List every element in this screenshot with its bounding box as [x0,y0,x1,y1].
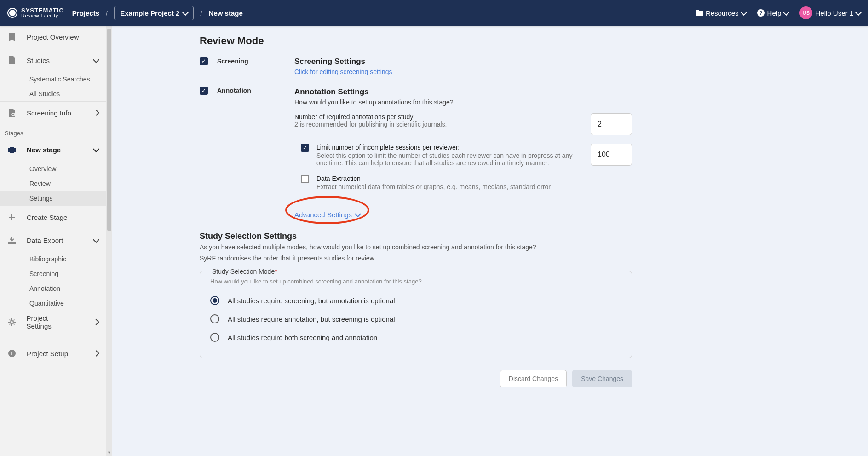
svg-rect-6 [10,147,14,153]
study-selection-legend-sub: How would you like to set up combined sc… [210,278,621,285]
chevron-right-icon [93,110,99,116]
req-annotations-hint: 2 is recommended for publishing in scien… [294,121,581,128]
sidebar-sub-screening[interactable]: Screening [0,266,106,281]
project-selector[interactable]: Example Project 2 [114,6,194,20]
study-mode-option-1[interactable]: All studies require annotation, but scre… [210,310,621,328]
main-content: Review Mode ✓ Screening ✓ Annotation Scr… [112,26,868,456]
limit-sessions-input[interactable] [591,144,632,166]
chevron-down-icon [741,9,747,15]
stage-icon [7,147,17,153]
sidebar-item-overview[interactable]: Project Overview [0,26,106,49]
study-mode-option-2[interactable]: All studies require both screening and a… [210,328,621,346]
chevron-down-icon [355,211,361,217]
sidebar-sub-overview[interactable]: Overview [0,162,106,176]
study-mode-option-0[interactable]: All studies require screening, but annot… [210,291,621,310]
limit-sessions-checkbox[interactable]: ✓ [301,144,309,152]
sidebar-item-new-stage[interactable]: New stage [0,139,106,162]
sidebar-sub-systematic-searches[interactable]: Systematic Searches [0,72,106,87]
svg-text:?: ? [759,10,762,16]
scrollbar-thumb[interactable] [107,29,111,231]
user-menu[interactable]: US Hello User 1 [799,6,861,19]
chevron-right-icon [93,350,99,357]
sidebar-stages-label: Stages [0,124,106,139]
chevron-right-icon [93,319,99,325]
highlight-oval [285,196,369,224]
breadcrumb: Projects / Example Project 2 / New stage [72,6,243,20]
radio-icon [210,314,219,323]
help-icon: ? [757,9,765,17]
svg-rect-5 [8,148,10,152]
advanced-settings-toggle[interactable]: Advanced Settings [294,211,360,219]
sidebar: Project Overview Studies Systematic Sear… [0,26,112,456]
screening-settings-link[interactable]: Click for editing screening settings [294,68,632,75]
logo-mark-icon [7,8,17,18]
radio-icon [210,333,219,342]
radio-selected-icon [210,296,219,305]
page-title: Review Mode [200,35,632,47]
annotation-settings-title: Annotation Settings [294,87,632,97]
study-selection-desc1: As you have selected multiple modes, how… [200,243,632,252]
sidebar-item-project-settings[interactable]: Project Settings [0,311,106,334]
svg-point-8 [11,321,13,323]
document-icon [7,56,17,64]
svg-rect-7 [14,148,16,152]
chevron-down-icon [855,9,862,15]
study-selection-fieldset: Study Selection Mode* How would you like… [200,271,632,358]
sidebar-item-data-export[interactable]: Data Export [0,229,106,252]
chevron-down-icon [93,236,99,242]
breadcrumb-sep: / [106,9,108,17]
document-search-icon [7,109,17,117]
checkbox-checked-icon: ✓ [200,87,208,95]
sidebar-item-screening-info[interactable]: Screening Info [0,101,106,124]
app-logo[interactable]: SYSTEMATIC Review Facility [7,7,64,18]
gear-icon [7,318,17,326]
sidebar-item-project-setup[interactable]: i Project Setup [0,342,106,365]
chevron-down-icon [93,146,99,152]
folder-icon [696,10,703,16]
screening-settings-title: Screening Settings [294,57,632,66]
mode-annotation-check[interactable]: ✓ Annotation [200,87,282,95]
sidebar-sub-quantitative[interactable]: Quantitative [0,296,106,311]
breadcrumb-stage: New stage [209,9,243,17]
limit-sessions-desc: Select this option to limit the number o… [316,152,583,167]
svg-text:i: i [11,351,12,356]
req-annotations-input[interactable] [591,113,632,135]
sidebar-sub-all-studies[interactable]: All Studies [0,87,106,101]
info-icon: i [7,350,17,357]
data-extraction-checkbox[interactable] [301,175,309,183]
req-annotations-label: Number of required annotations per study… [294,113,581,121]
download-icon [7,237,17,244]
logo-line2: Review Facility [21,13,58,18]
study-selection-title: Study Selection Settings [200,231,632,241]
chevron-down-icon [182,9,189,15]
study-selection-legend: Study Selection Mode* [210,268,279,275]
sidebar-item-create-stage[interactable]: Create Stage [0,206,106,229]
checkbox-checked-icon: ✓ [200,57,208,65]
sidebar-sub-bibliographic[interactable]: Bibliographic [0,252,106,266]
bookmark-icon [7,33,17,41]
save-button[interactable]: Save Changes [572,370,632,387]
breadcrumb-projects[interactable]: Projects [72,9,99,17]
resources-menu[interactable]: Resources [696,9,746,17]
sidebar-item-studies[interactable]: Studies [0,49,106,72]
limit-sessions-title: Limit number of incomplete sessions per … [316,144,583,151]
sidebar-sub-settings[interactable]: Settings [0,191,106,206]
scroll-down-icon[interactable]: ▼ [106,450,112,456]
study-selection-desc2: SyRF randomises the order that it presen… [200,254,632,263]
svg-rect-1 [696,10,699,12]
help-menu[interactable]: ? Help [757,9,789,17]
discard-button[interactable]: Discard Changes [500,370,567,387]
chevron-down-icon [93,56,99,63]
avatar: US [799,6,812,19]
mode-screening-check[interactable]: ✓ Screening [200,57,282,65]
chevron-down-icon [783,9,789,15]
data-extraction-desc: Extract numerical data from tables or gr… [316,183,632,190]
topbar: SYSTEMATIC Review Facility Projects / Ex… [0,0,868,26]
sidebar-sub-review[interactable]: Review [0,176,106,191]
annotation-settings-question: How would you like to set up annotations… [294,98,632,106]
breadcrumb-sep: / [200,9,202,17]
plus-icon [7,214,17,220]
data-extraction-title: Data Extraction [316,175,632,182]
sidebar-sub-annotation[interactable]: Annotation [0,281,106,296]
sidebar-scrollbar[interactable]: ▲ ▼ [106,26,112,456]
